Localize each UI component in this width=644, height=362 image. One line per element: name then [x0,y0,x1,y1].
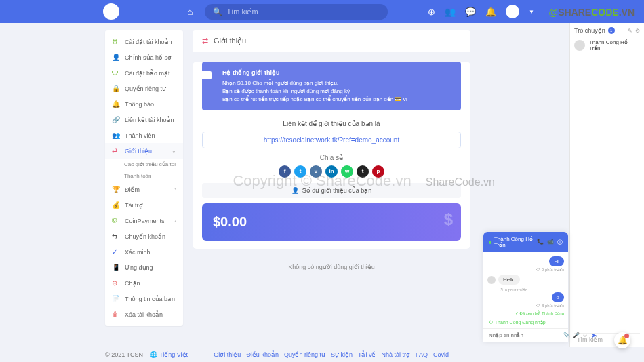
sidebar-item-referrals[interactable]: ⇄Giới thiệu⌄ [105,143,183,159]
footer-link[interactable]: Điều khoản [246,351,279,358]
pinterest-button[interactable]: p [372,165,384,178]
sidebar-item-notifications[interactable]: 🔔Thông báo [105,96,183,112]
swap-icon: ⇄ [202,37,208,45]
linkedin-button[interactable]: in [325,165,338,178]
video-icon[interactable]: 📹 [547,239,554,246]
sidebar-item-edit-profile[interactable]: 👤Chỉnh sửa hồ sơ [105,49,183,65]
sidebar-item-account-settings[interactable]: ⚙Cài đặt tài khoản [105,34,183,49]
chat-user-avatar [574,40,585,51]
share-title: Chia sẻ [193,154,470,161]
chat-header[interactable]: Thành Công Hồ Trần 📞 📹 ⓘ [483,232,568,252]
notification-dot [624,334,629,338]
typing-indicator: ⏱ Thành Công Đang nhập [483,320,568,328]
sidebar-item-block[interactable]: ⊖Chặn [105,275,183,291]
search-input[interactable] [226,7,380,16]
logo[interactable] [103,3,119,20]
whatsapp-button[interactable]: w [341,165,353,178]
sidebar-item-your-info[interactable]: 📄Thông tin của bạn [105,291,183,306]
mic-icon[interactable]: 🎤 [573,332,580,338]
referral-link[interactable]: https://tcsocialnetwork.tk/?ref=demo_acc… [202,132,461,148]
sidebar-item-link-account[interactable]: 🔗Liên kết tài khoản [105,112,183,127]
link-title: Liên kết để giới thiệu của bạn là [193,120,470,127]
sidebar-sub-my-referrals[interactable]: Các giới thiệu của tôi [105,159,183,170]
copyright: © 2021 TCSN [105,351,143,358]
language-selector[interactable]: 🌐 Tiếng Việt [150,351,188,358]
sidebar: ⚙Cài đặt tài khoản 👤Chỉnh sửa hồ sơ 🛡Cài… [105,30,183,326]
referral-card: Hệ thống giới thiệu Nhận $0.10 Cho mỗi n… [193,62,470,249]
search-icon: 🔍 [213,7,222,16]
message-sent: Hi ⏱ 9 phút trước [487,256,564,272]
footer-link[interactable]: Giới thiệu [214,351,241,358]
footer-link[interactable]: Tải về [358,351,376,358]
sidebar-sub-payments[interactable]: Thanh toán [105,170,183,182]
message-received: Hello [487,275,564,285]
person-icon: 👤 [291,187,299,194]
sidebar-item-members[interactable]: 👥Thành viên [105,127,183,143]
footer-link[interactable]: Nhà tài trợ [381,351,410,358]
chat-sidebar-title: Trò chuyện 1 ✎ ⚙ [574,27,640,34]
chevron-right-icon: › [174,186,176,193]
add-icon[interactable]: ⊕ [428,7,435,17]
gear-icon[interactable]: ⚙ [635,28,640,34]
avatar[interactable] [506,5,519,18]
call-icon[interactable]: 📞 [537,239,544,246]
online-dot [489,241,491,244]
sidebar-item-privacy[interactable]: 🔒Quyền riêng tư [105,81,183,96]
chevron-down-icon[interactable]: ▼ [529,9,534,15]
chat-window: Thành Công Hồ Trần 📞 📹 ⓘ Hi ⏱ 9 phút trư… [483,232,568,342]
sidebar-item-verify[interactable]: ✓Xác minh [105,244,183,260]
attach-icon[interactable]: 📎 [563,332,570,338]
search-box[interactable]: 🔍 [205,4,388,20]
edit-icon[interactable]: ✎ [628,28,632,34]
sharecode-watermark: @SHARECODE.VN [549,7,635,18]
chat-input-row: 📎 🎤 ☺ ➤ [483,328,568,342]
chat-input[interactable] [489,332,560,338]
notification-icon[interactable]: 🔔 [485,7,496,17]
info-icon[interactable]: ⓘ [557,239,563,246]
sidebar-item-security[interactable]: 🛡Cài đặt bảo mật [105,65,183,81]
vk-button[interactable]: v [310,165,322,178]
content: ⇄ Giới thiệu Hệ thống giới thiệu Nhận $0… [193,30,470,346]
emoji-icon[interactable]: ☺ [582,332,588,338]
friends-icon[interactable]: 👥 [445,7,456,17]
footer-link[interactable]: Covid- [433,351,451,358]
no-users-text: Không có người dùng giới thiệu [193,264,470,270]
notification-bell[interactable]: 🔔 [614,332,630,348]
sidebar-item-coinpayments[interactable]: ©CoinPayments› [105,213,183,228]
page-title-card: ⇄ Giới thiệu [193,30,470,52]
msg-avatar [487,276,496,284]
page-title: Giới thiệu [214,37,246,45]
chat-icon[interactable]: 💬 [465,7,476,17]
sidebar-item-points[interactable]: 🏆Điểm› [105,182,183,197]
twitter-button[interactable]: t [294,165,306,178]
balance-amount: $0.00 [213,214,247,229]
chat-body: Hi ⏱ 9 phút trước Hello ⏱ 8 phút trước d… [483,252,568,320]
sidebar-item-sponsor[interactable]: 💰Tài trợ [105,197,183,213]
money-icon: $ [444,210,453,229]
chevron-down-icon: ⌄ [172,148,176,154]
footer-links: Giới thiệu Điều khoản Quyền riêng tư Sự … [214,351,451,358]
sidebar-item-delete-account[interactable]: 🗑Xóa tài khoản [105,306,183,322]
message-sent: d ⏱ 8 phút trước [487,292,564,308]
footer: © 2021 TCSN 🌐 Tiếng Việt Giới thiệu Điều… [0,347,644,362]
footer-link[interactable]: Sự kiện [331,351,353,358]
footer-link[interactable]: FAQ [416,351,428,358]
facebook-button[interactable]: f [279,165,291,178]
chat-sidebar: Trò chuyện 1 ✎ ⚙ Thành Công Hồ Trần Tìm … [569,23,644,348]
badge-icon [199,71,212,79]
footer-link[interactable]: Quyền riêng tư [284,351,325,358]
send-button[interactable]: ➤ [591,331,597,339]
chat-user-item[interactable]: Thành Công Hồ Trần [574,39,640,52]
social-buttons: f t v in w t p [193,165,470,178]
chat-count-badge: 1 [608,27,615,34]
chevron-right-icon: › [174,218,176,224]
telegram-button[interactable]: t [357,165,369,178]
sidebar-item-transfer[interactable]: ⇆Chuyển khoản [105,228,183,244]
info-box: Hệ thống giới thiệu Nhận $0.10 Cho mỗi n… [202,62,461,110]
home-icon[interactable]: ⌂ [187,6,193,17]
top-icons: ⊕ 👥 💬 🔔 ▼ [428,5,534,18]
topbar: ⌂ 🔍 ⊕ 👥 💬 🔔 ▼ [0,0,644,23]
balance-label-button[interactable]: 👤 Số dư giới thiệu của bạn [202,183,461,198]
sidebar-item-apps[interactable]: 📱Ứng dụng [105,260,183,275]
seen-indicator: ✓ Đã xem bởi Thành Công [487,310,564,315]
